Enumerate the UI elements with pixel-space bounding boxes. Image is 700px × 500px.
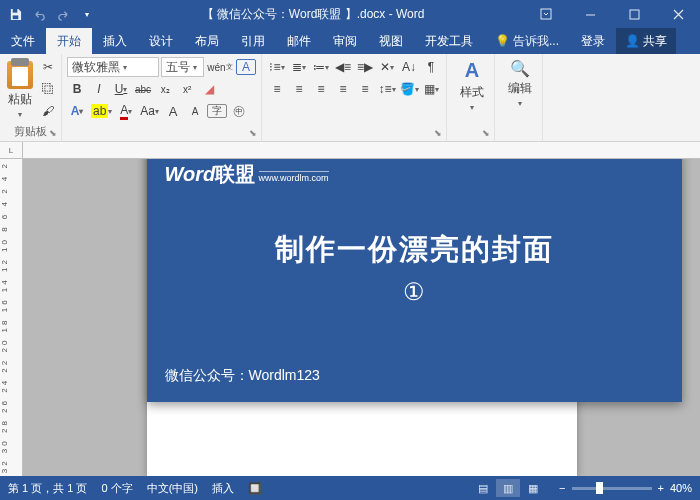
sort-icon[interactable]: A↓ — [399, 57, 419, 77]
shading-icon[interactable]: 🪣▾ — [399, 79, 419, 99]
status-page[interactable]: 第 1 页，共 1 页 — [8, 481, 87, 496]
brand-url: www.wordlm.com — [259, 171, 329, 183]
line-spacing-icon[interactable]: ↕≡▾ — [377, 79, 397, 99]
tab-file[interactable]: 文件 — [0, 28, 46, 54]
window-title: 【 微信公众号：Word联盟 】.docx - Word — [102, 6, 524, 23]
svg-rect-0 — [12, 8, 17, 12]
bold-button[interactable]: B — [67, 79, 87, 99]
status-record-icon[interactable]: 🔲 — [248, 482, 262, 495]
copy-icon[interactable]: ⿻ — [38, 79, 58, 99]
shrink-font-icon[interactable]: A — [185, 101, 205, 121]
align-center-icon[interactable]: ≡ — [289, 79, 309, 99]
zoom-in-icon[interactable]: + — [658, 482, 664, 494]
ruler-vertical[interactable]: 40 38 36 34 32 30 28 26 24 22 20 18 16 1… — [0, 159, 23, 476]
view-web-icon[interactable]: ▦ — [521, 479, 545, 497]
tab-login[interactable]: 登录 — [570, 28, 616, 54]
asian-layout-icon[interactable]: ✕▾ — [377, 57, 397, 77]
brand-logo: WWord联盟ord联盟 — [165, 163, 256, 185]
paste-icon — [7, 61, 33, 89]
font-name-combo[interactable]: 微软雅黑▾ — [67, 57, 159, 77]
styles-launcher[interactable]: ⬊ — [480, 127, 492, 139]
borders-icon[interactable]: ▦▾ — [421, 79, 441, 99]
svg-rect-2 — [541, 9, 551, 19]
tab-developer[interactable]: 开发工具 — [414, 28, 484, 54]
tab-references[interactable]: 引用 — [230, 28, 276, 54]
tab-layout[interactable]: 布局 — [184, 28, 230, 54]
save-icon[interactable] — [4, 3, 26, 25]
tab-insert[interactable]: 插入 — [92, 28, 138, 54]
zoom-slider[interactable] — [572, 487, 652, 490]
status-insert[interactable]: 插入 — [212, 481, 234, 496]
svg-rect-1 — [12, 15, 18, 19]
tab-share[interactable]: 👤共享 — [616, 28, 676, 54]
clear-format-icon[interactable]: ◢ — [199, 79, 219, 99]
underline-button[interactable]: U▾ — [111, 79, 131, 99]
svg-rect-4 — [630, 10, 639, 19]
maximize-icon[interactable] — [612, 0, 656, 28]
zoom-out-icon[interactable]: − — [559, 482, 565, 494]
page[interactable]: WWord联盟ord联盟 www.wordlm.com 制作一份漂亮的封面 ① … — [147, 159, 577, 476]
tab-mailings[interactable]: 邮件 — [276, 28, 322, 54]
view-print-icon[interactable]: ▥ — [496, 479, 520, 497]
cover-footer: 微信公众号：Wordlm123 — [165, 367, 320, 385]
increase-indent-icon[interactable]: ≡▶ — [355, 57, 375, 77]
cover-image: WWord联盟ord联盟 www.wordlm.com 制作一份漂亮的封面 ① … — [147, 159, 682, 402]
ribbon-options-icon[interactable] — [524, 0, 568, 28]
styles-button[interactable]: A 样式 ▾ — [452, 57, 492, 114]
ruler-horizontal[interactable] — [23, 142, 700, 159]
find-icon: 🔍 — [510, 59, 530, 78]
bullets-icon[interactable]: ⁝≡▾ — [267, 57, 287, 77]
tab-view[interactable]: 视图 — [368, 28, 414, 54]
paste-button[interactable]: 粘贴 ▾ — [5, 57, 35, 123]
tab-tellme[interactable]: 💡告诉我... — [484, 28, 570, 54]
char-shading-icon[interactable]: 字 — [207, 104, 227, 118]
superscript-button[interactable]: x² — [177, 79, 197, 99]
tab-review[interactable]: 审阅 — [322, 28, 368, 54]
cut-icon[interactable]: ✂ — [38, 57, 58, 77]
zoom-level[interactable]: 40% — [670, 482, 692, 494]
italic-button[interactable]: I — [89, 79, 109, 99]
grow-font-icon[interactable]: A — [163, 101, 183, 121]
cover-title: 制作一份漂亮的封面 — [165, 230, 664, 270]
ruler-corner: L — [0, 142, 23, 159]
redo-icon[interactable] — [52, 3, 74, 25]
multilevel-icon[interactable]: ≔▾ — [311, 57, 331, 77]
enclose-char-icon[interactable]: ㊥ — [229, 101, 249, 121]
undo-icon[interactable] — [28, 3, 50, 25]
document-area[interactable]: WWord联盟ord联盟 www.wordlm.com 制作一份漂亮的封面 ① … — [23, 159, 700, 476]
close-icon[interactable] — [656, 0, 700, 28]
paragraph-launcher[interactable]: ⬊ — [432, 127, 444, 139]
align-right-icon[interactable]: ≡ — [311, 79, 331, 99]
highlight-icon[interactable]: ab▾ — [89, 101, 114, 121]
subscript-button[interactable]: x₂ — [155, 79, 175, 99]
numbering-icon[interactable]: ≣▾ — [289, 57, 309, 77]
editing-button[interactable]: 🔍 编辑 ▾ — [500, 57, 540, 110]
strike-button[interactable]: abc — [133, 79, 153, 99]
status-lang[interactable]: 中文(中国) — [147, 481, 198, 496]
text-effects-icon[interactable]: A▾ — [67, 101, 87, 121]
qat-more-icon[interactable]: ▾ — [76, 3, 98, 25]
font-size-combo[interactable]: 五号▾ — [161, 57, 204, 77]
clipboard-launcher[interactable]: ⬊ — [47, 127, 59, 139]
justify-icon[interactable]: ≡ — [333, 79, 353, 99]
font-launcher[interactable]: ⬊ — [247, 127, 259, 139]
cover-number: ① — [165, 278, 664, 306]
view-read-icon[interactable]: ▤ — [471, 479, 495, 497]
font-color-icon[interactable]: A▾ — [116, 101, 136, 121]
phonetic-guide-icon[interactable]: wén文 — [206, 57, 234, 77]
change-case-icon[interactable]: Aa▾ — [138, 101, 161, 121]
styles-icon: A — [465, 59, 479, 82]
format-painter-icon[interactable]: 🖌 — [38, 101, 58, 121]
minimize-icon[interactable] — [568, 0, 612, 28]
distribute-icon[interactable]: ≡ — [355, 79, 375, 99]
align-left-icon[interactable]: ≡ — [267, 79, 287, 99]
tab-design[interactable]: 设计 — [138, 28, 184, 54]
decrease-indent-icon[interactable]: ◀≡ — [333, 57, 353, 77]
show-marks-icon[interactable]: ¶ — [421, 57, 441, 77]
status-words[interactable]: 0 个字 — [101, 481, 132, 496]
char-border-icon[interactable]: A — [236, 59, 256, 75]
tab-home[interactable]: 开始 — [46, 28, 92, 54]
